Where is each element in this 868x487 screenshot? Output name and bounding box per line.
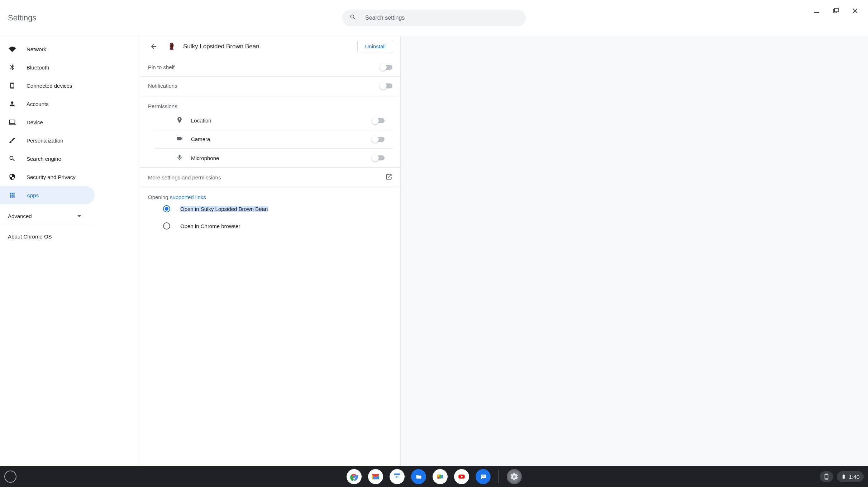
- notifications-row: Notifications: [140, 77, 400, 95]
- tray-status-area[interactable]: 1:40: [837, 471, 864, 482]
- uninstall-button[interactable]: Uninstall: [357, 40, 393, 53]
- shelf-icon-messages[interactable]: [476, 469, 491, 484]
- permission-camera-row: Camera: [154, 130, 392, 149]
- tray-notification-button[interactable]: [820, 471, 833, 482]
- opening-section: Opening supported links: [140, 187, 400, 200]
- pin-to-shelf-toggle[interactable]: [380, 65, 392, 70]
- page-title: Settings: [8, 13, 37, 23]
- main-content: Sulky Lopsided Brown Bean Uninstall Pin …: [140, 36, 868, 487]
- sidebar-item-label: Bluetooth: [27, 64, 49, 71]
- radio-label: Open in Sulky Lopsided Brown Bean: [180, 206, 268, 212]
- sidebar-about[interactable]: About Chrome OS: [0, 226, 140, 247]
- sidebar-item-search-engine[interactable]: Search engine: [0, 150, 95, 168]
- shelf-divider: [499, 470, 499, 483]
- svg-rect-10: [394, 473, 400, 475]
- pin-to-shelf-row: Pin to shelf: [140, 58, 400, 77]
- sidebar-item-security-privacy[interactable]: Security and Privacy: [0, 168, 95, 186]
- search-engine-icon: [8, 155, 16, 162]
- phone-icon: [8, 82, 16, 89]
- shelf-icon-chrome[interactable]: [347, 469, 362, 484]
- search-icon: [349, 14, 357, 22]
- search-input[interactable]: [365, 15, 519, 21]
- permissions-heading: Permissions: [140, 95, 400, 111]
- sidebar-item-personalization[interactable]: Personalization: [0, 131, 95, 149]
- opening-prefix: Opening: [148, 194, 170, 200]
- sidebar-item-connected-devices[interactable]: Connected devices: [0, 77, 95, 95]
- location-icon: [176, 116, 183, 125]
- sidebar-item-label: Network: [27, 46, 46, 52]
- sidebar-item-label: Apps: [27, 192, 39, 198]
- shelf-icon-calendar[interactable]: 31: [390, 469, 405, 484]
- sidebar-item-apps[interactable]: Apps: [0, 186, 95, 204]
- permission-microphone-row: Microphone: [154, 149, 392, 167]
- brush-icon: [8, 137, 16, 144]
- shelf: 31 1:40: [0, 466, 868, 487]
- more-settings-label: More settings and permissions: [148, 174, 221, 180]
- clock-text: 1:40: [849, 474, 859, 480]
- svg-point-5: [171, 44, 172, 45]
- chevron-down-icon: [77, 215, 81, 217]
- svg-text:31: 31: [395, 475, 399, 479]
- notifications-toggle[interactable]: [380, 83, 392, 88]
- shelf-icon-gmail[interactable]: [368, 469, 383, 484]
- radio-button-icon: [163, 205, 170, 212]
- app-icon: [167, 42, 177, 52]
- location-toggle[interactable]: [372, 118, 385, 123]
- sidebar-item-network[interactable]: Network: [0, 40, 95, 58]
- app-detail-title: Sulky Lopsided Brown Bean: [183, 43, 351, 50]
- sidebar-advanced[interactable]: Advanced: [0, 206, 92, 226]
- search-box[interactable]: [342, 10, 526, 26]
- apps-icon: [8, 192, 16, 199]
- sidebar-item-label: Accounts: [27, 101, 49, 107]
- header: Settings: [0, 0, 868, 36]
- launcher-button[interactable]: [4, 471, 16, 483]
- bluetooth-icon: [8, 64, 16, 71]
- radio-open-in-chrome[interactable]: Open in Chrome browser: [140, 217, 400, 235]
- sidebar-item-accounts[interactable]: Accounts: [0, 95, 95, 113]
- sidebar-item-label: Connected devices: [27, 83, 72, 89]
- external-link-icon: [385, 173, 392, 182]
- sidebar-item-device[interactable]: Device: [0, 113, 95, 131]
- laptop-icon: [8, 119, 16, 126]
- microphone-icon: [176, 154, 183, 162]
- shelf-icon-settings[interactable]: [507, 469, 522, 484]
- shelf-icon-meet[interactable]: [433, 469, 448, 484]
- radio-open-in-app[interactable]: Open in Sulky Lopsided Brown Bean: [140, 200, 400, 217]
- shelf-icon-youtube[interactable]: [454, 469, 469, 484]
- supported-links-link[interactable]: supported links: [170, 194, 206, 200]
- permission-label: Location: [191, 117, 211, 124]
- camera-icon: [176, 135, 183, 143]
- svg-point-7: [353, 476, 355, 478]
- sidebar-item-bluetooth[interactable]: Bluetooth: [0, 58, 95, 76]
- back-button[interactable]: [147, 40, 160, 53]
- battery-icon: [841, 473, 846, 480]
- sidebar-item-label: Device: [27, 119, 43, 125]
- camera-toggle[interactable]: [372, 137, 385, 142]
- radio-button-icon: [163, 222, 170, 230]
- pin-to-shelf-label: Pin to shelf: [148, 64, 175, 70]
- permission-label: Camera: [191, 136, 210, 142]
- permission-label: Microphone: [191, 155, 219, 161]
- shield-icon: [8, 173, 16, 180]
- sidebar: Network Bluetooth Connected devices Acco…: [0, 36, 140, 487]
- more-settings-row[interactable]: More settings and permissions: [140, 168, 400, 187]
- about-label: About Chrome OS: [8, 233, 52, 240]
- shelf-icon-files[interactable]: [411, 469, 426, 484]
- person-icon: [8, 100, 16, 107]
- advanced-label: Advanced: [8, 213, 32, 219]
- notifications-label: Notifications: [148, 83, 177, 89]
- sidebar-item-label: Security and Privacy: [27, 174, 76, 180]
- permission-location-row: Location: [154, 111, 392, 130]
- microphone-toggle[interactable]: [372, 155, 385, 160]
- sidebar-item-label: Personalization: [27, 138, 63, 144]
- sidebar-item-label: Search engine: [27, 156, 61, 162]
- radio-label: Open in Chrome browser: [180, 223, 240, 229]
- wifi-icon: [8, 45, 16, 53]
